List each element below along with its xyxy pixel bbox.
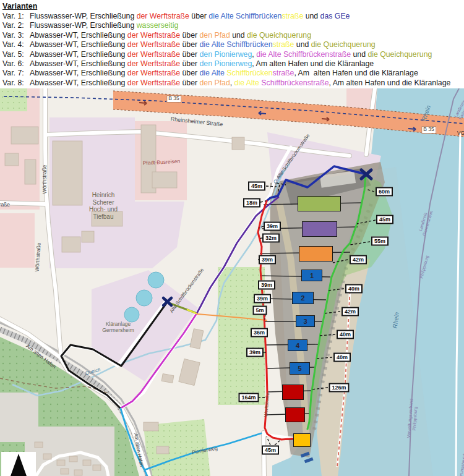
- legend-segment: wasserseitig: [137, 21, 179, 30]
- variant-label: Var. 8:: [2, 79, 30, 88]
- legend-segment: straße: [273, 40, 294, 49]
- legend-segment: und: [294, 40, 311, 49]
- legend-segment: der Werftstraße: [127, 50, 180, 59]
- variant-label: Var. 7:: [2, 69, 30, 78]
- legend-segment: der Werftstraße: [127, 69, 180, 77]
- distance-label: 126m: [329, 383, 349, 393]
- legend-segment: über: [180, 59, 199, 68]
- legend-segment: über: [180, 40, 199, 49]
- legend-segment: Abwasser-WT, Erschließung: [30, 40, 127, 49]
- legend-segment: Abwasser-WT, Erschließung: [30, 69, 127, 77]
- legend-line-6: Var. 6:Abwasser-WT, Erschließung der Wer…: [2, 59, 464, 69]
- distance-label: 45m: [262, 446, 279, 455]
- legend-line-3: Var. 3:Abwasser-WT, Erschließung der Wer…: [2, 31, 464, 40]
- unit-box: [293, 433, 311, 447]
- map: B 35B 35VGRheinsheimer StraßeWörthstraße…: [0, 88, 464, 476]
- variant-label: Var. 6:: [2, 59, 30, 69]
- legend-segment: die Queichquerung: [247, 31, 311, 40]
- unit-box-4: 4: [288, 339, 307, 351]
- unit-box-5: 5: [290, 362, 310, 375]
- variant-label: Var. 5:: [2, 50, 30, 59]
- north-arrow-icon: [11, 454, 27, 476]
- legend-segment: über: [180, 79, 199, 87]
- distance-label: 36m: [251, 328, 268, 338]
- legend-segment: den Pionierweg: [200, 50, 252, 59]
- residential-pink: [0, 213, 35, 268]
- legend-segment: und: [303, 12, 320, 20]
- legend-segment: die Queichquerung: [367, 50, 432, 59]
- legend-segment: Abwasser-WT, Erschließung: [30, 79, 127, 87]
- legend-segment: der Werftstraße: [137, 12, 189, 20]
- unit-box: [302, 221, 337, 237]
- figure: Varianten Var. 1:Flusswasser-WP, Erschli…: [0, 0, 464, 476]
- distance-label: 40m: [337, 330, 354, 339]
- distance-label: 39m: [259, 255, 276, 265]
- legend-segment: der Werftstraße: [127, 59, 180, 68]
- variant-label: Var. 2:: [2, 21, 30, 30]
- legend-line-4: Var. 4:Abwasser-WT, Erschließung der Wer…: [2, 40, 464, 49]
- legend-segment: der Werftstraße: [127, 31, 180, 40]
- unit-box: [282, 385, 304, 400]
- basemap-svg: [0, 88, 464, 476]
- legend-segment: über: [180, 50, 199, 59]
- legend-segment: Flusswasser-WP, Erschließung: [30, 21, 137, 30]
- distance-label: 45m: [376, 215, 393, 224]
- distance-label: 39m: [246, 348, 264, 357]
- legend-lines: Var. 1:Flusswasser-WP, Erschließung der …: [2, 12, 464, 88]
- legend-segment: Abwasser-WT, Erschließung: [30, 59, 127, 68]
- legend: Varianten Var. 1:Flusswasser-WP, Erschli…: [0, 0, 464, 88]
- legend-segment: die Queichquerung: [311, 40, 376, 49]
- legend-segment: Abwasser-WT, Erschließung: [30, 31, 127, 40]
- distance-label: 39m: [264, 222, 281, 231]
- variant-label: Var. 3:: [2, 31, 30, 40]
- legend-segment: über: [189, 12, 208, 20]
- distance-label: 42m: [342, 307, 359, 317]
- legend-segment: , Am alten Hafen und die Kläranlage: [294, 69, 418, 77]
- legend-segment: Flusswasser-WP, Erschließung: [30, 12, 137, 20]
- legend-segment: , Am alten Hafen und die Kläranlage: [329, 79, 451, 87]
- legend-segment: ,: [230, 79, 234, 87]
- distance-label: 42m: [350, 255, 367, 265]
- legend-segment: die Alte: [234, 79, 262, 87]
- legend-segment: der Werftstraße: [127, 40, 180, 49]
- unit-box-2: 2: [292, 292, 314, 304]
- legend-segment: Schiffbrückenstraße: [261, 79, 329, 87]
- distance-label: 32m: [262, 234, 280, 243]
- legend-segment: den Pfad: [200, 79, 230, 87]
- legend-title: Varianten: [2, 2, 464, 11]
- distance-label: 45m: [248, 182, 265, 191]
- legend-segment: , Am alten Hafen und die Kläranlage: [252, 59, 374, 68]
- legend-segment: die Alte: [200, 69, 227, 77]
- legend-segment: straße: [281, 12, 303, 20]
- unit-box: [298, 196, 341, 211]
- distance-label: 40m: [345, 284, 363, 294]
- distance-label: 39m: [254, 294, 271, 304]
- legend-line-2: Var. 2:Flusswasser-WP, Erschließung wass…: [2, 21, 464, 30]
- distance-label: 55m: [371, 237, 389, 246]
- legend-segment: über: [180, 31, 199, 40]
- legend-segment: die Alte Schiffbrücken: [200, 40, 273, 49]
- legend-segment: Abwasser-WT, Erschließung: [30, 50, 127, 59]
- distance-label: 60m: [376, 187, 393, 197]
- legend-line-8: Var. 8:Abwasser-WT, Erschließung der Wer…: [2, 79, 464, 88]
- allotment-green-corner: [0, 88, 27, 111]
- variant-label: Var. 1:: [2, 12, 30, 21]
- legend-segment: der Werftstraße: [127, 79, 180, 87]
- legend-segment: straße: [273, 69, 294, 77]
- legend-segment: die Alte Schiffbrückenstraße: [256, 50, 351, 59]
- legend-segment: und: [230, 31, 247, 40]
- legend-segment: den Pfad: [200, 31, 230, 40]
- legend-segment: Schiffbrücken: [226, 69, 272, 77]
- distance-label: 18m: [243, 198, 260, 208]
- unit-box: [285, 407, 305, 422]
- legend-line-7: Var. 7:Abwasser-WT, Erschließung der Wer…: [2, 69, 464, 78]
- distance-label: 164m: [238, 393, 259, 402]
- legend-segment: und: [351, 50, 367, 59]
- legend-segment: das GEe: [320, 12, 350, 20]
- legend-segment: den Pionierweg: [200, 59, 252, 68]
- legend-line-5: Var. 5:Abwasser-WT, Erschließung der Wer…: [2, 50, 464, 59]
- distance-label: 39m: [258, 281, 275, 290]
- north-arrow: [1, 452, 36, 476]
- unit-box-3: 3: [296, 315, 315, 327]
- legend-segment: über: [180, 69, 199, 77]
